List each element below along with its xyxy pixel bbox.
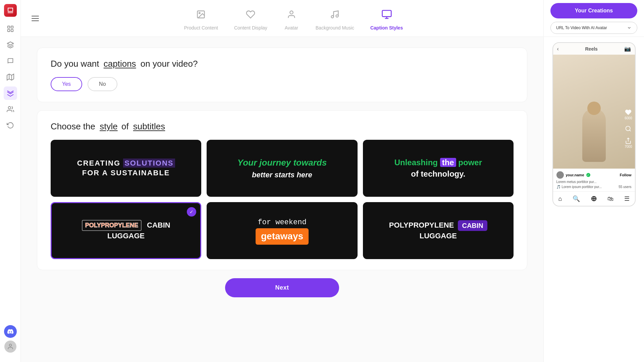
subtitle-style-1[interactable]: CREATING SOLUTIONS FOR A SUSTAINABLE (51, 140, 201, 197)
svg-point-10 (199, 12, 201, 14)
captions-question-title: Do you want captions on your video? (51, 59, 514, 69)
subtitle-style-3[interactable]: Unleashing the power of technology. (363, 140, 514, 197)
phone-search-icon[interactable] (625, 125, 632, 132)
sidebar-bottom (4, 325, 17, 358)
sidebar-item-book[interactable] (4, 54, 17, 68)
svg-rect-14 (382, 10, 391, 17)
svg-point-7 (8, 107, 10, 109)
yes-button[interactable]: Yes (51, 77, 82, 91)
subtitle-style-5[interactable]: for weekend getaways (207, 202, 357, 259)
phone-preview-container: ‹ Reels 📷 (544, 37, 644, 362)
avatar-label: Avatar (285, 25, 298, 31)
nav-step-avatar[interactable]: Avatar (283, 6, 300, 31)
right-panel-header: Your Creations URL To Video With AI Avat… (544, 0, 644, 37)
subtitle-style-4[interactable]: ✓ POLYPROPYLENE CABIN LUGGAGE (51, 202, 201, 259)
url-to-video-dropdown[interactable]: URL To Video With AI Avatar (550, 22, 637, 34)
hamburger-button[interactable] (32, 12, 44, 24)
phone-verified-badge: ✓ (586, 173, 590, 177)
phone-nav-bar: ⌂ 🔍 ⊕ 🛍 ☰ (553, 191, 635, 206)
no-button[interactable]: No (88, 77, 117, 91)
subtitle-styles-card: Choose the style of subtitles CREATING S… (37, 110, 527, 270)
main-area: Product Content Content Display Avata (21, 0, 543, 362)
content-display-icon (243, 6, 259, 22)
svg-point-8 (9, 344, 11, 347)
phone-camera-icon[interactable]: 📷 (624, 46, 631, 52)
top-nav: Product Content Content Display Avata (21, 0, 543, 37)
phone-nav-shop[interactable]: 🛍 (607, 195, 613, 202)
nav-step-content-display[interactable]: Content Display (234, 6, 267, 31)
phone-music-row: 🎵 Lorem ipsum porttitor pur... 55 users (556, 185, 632, 189)
phone-user-avatar (556, 171, 564, 179)
phone-nav-search[interactable]: 🔍 (573, 195, 580, 202)
url-dropdown-label: URL To Video With AI Avatar (556, 25, 607, 30)
sidebar-item-users[interactable] (4, 103, 17, 116)
svg-point-13 (336, 15, 338, 17)
background-music-label: Background Music (316, 25, 354, 31)
nav-steps: Product Content Content Display Avata (54, 6, 533, 31)
phone-nav-add[interactable]: ⊕ (591, 194, 597, 203)
content-area: Do you want captions on your video? Yes … (21, 37, 543, 362)
phone-nav-profile[interactable]: ☰ (624, 195, 630, 202)
selected-check-badge: ✓ (187, 207, 196, 217)
caption-styles-label: Caption Styles (370, 25, 403, 31)
phone-frame: ‹ Reels 📷 (552, 42, 636, 206)
phone-like-icon[interactable]: 6000 (625, 109, 632, 120)
phone-share-icon[interactable]: 7000 (625, 137, 632, 148)
svg-point-11 (290, 11, 293, 14)
avatar-icon (283, 6, 300, 22)
phone-right-icons: 6000 7000 (625, 109, 632, 148)
share-count: 7000 (625, 145, 632, 148)
sidebar-item-history[interactable] (4, 119, 17, 132)
captions-question-card: Do you want captions on your video? Yes … (37, 48, 527, 102)
phone-top-bar: ‹ Reels 📷 (553, 43, 635, 55)
your-creations-button[interactable]: Your Creations (550, 3, 637, 18)
phone-follow-button[interactable]: Follow (620, 173, 632, 177)
product-content-label: Product Content (184, 25, 218, 31)
discord-icon[interactable] (4, 325, 17, 338)
phone-nav-home[interactable]: ⌂ (558, 195, 562, 202)
subtitle-styles-title: Choose the style of subtitles (51, 121, 514, 132)
content-display-label: Content Display (234, 25, 267, 31)
subtitle-style-grid: CREATING SOLUTIONS FOR A SUSTAINABLE You… (51, 140, 514, 259)
svg-point-17 (626, 126, 630, 131)
phone-reels-label: Reels (585, 46, 597, 52)
svg-rect-3 (11, 29, 13, 32)
nav-step-product-content[interactable]: Product Content (184, 6, 218, 31)
app-logo[interactable] (4, 4, 17, 17)
next-button[interactable]: Next (225, 278, 339, 297)
sidebar-item-map[interactable] (4, 70, 17, 84)
phone-users-count: 55 users (619, 185, 631, 189)
svg-rect-2 (7, 29, 9, 32)
left-sidebar (0, 0, 21, 362)
nav-step-background-music[interactable]: Background Music (316, 6, 354, 31)
sidebar-item-home[interactable] (4, 22, 17, 36)
product-content-icon (193, 6, 209, 22)
nav-step-caption-styles[interactable]: Caption Styles (370, 6, 403, 31)
svg-rect-1 (11, 26, 13, 28)
sidebar-item-stack[interactable] (4, 86, 17, 100)
svg-marker-4 (7, 74, 13, 80)
right-panel: Your Creations URL To Video With AI Avat… (543, 0, 644, 362)
phone-back-button[interactable]: ‹ (557, 46, 559, 52)
user-avatar[interactable] (4, 341, 16, 353)
phone-video-area: 6000 7000 (553, 55, 635, 169)
caption-styles-icon (379, 6, 395, 22)
phone-description: Lorem metus porttitor pur... (556, 180, 632, 184)
phone-bottom-area: your.name ✓ Follow Lorem metus porttitor… (553, 169, 635, 191)
music-note-icon: 🎵 (556, 185, 560, 189)
subtitle-style-2[interactable]: Your journey towards better starts here (207, 140, 357, 197)
svg-point-12 (331, 15, 334, 18)
next-button-wrapper: Next (37, 278, 527, 305)
avatar-figure (582, 108, 606, 162)
subtitle-style-6[interactable]: POLYPROPYLENE CABIN LUGGAGE (363, 202, 514, 259)
caption-options: Yes No (51, 77, 514, 91)
phone-music-label: Lorem ipsum porttitor pur... (562, 185, 602, 189)
phone-username: your.name (566, 173, 584, 177)
svg-rect-0 (7, 26, 9, 28)
background-music-icon (327, 6, 343, 22)
phone-user-row: your.name ✓ Follow (556, 171, 632, 179)
like-count: 6000 (625, 116, 632, 120)
sidebar-item-layers[interactable] (4, 38, 17, 52)
chevron-down-icon (627, 25, 632, 30)
